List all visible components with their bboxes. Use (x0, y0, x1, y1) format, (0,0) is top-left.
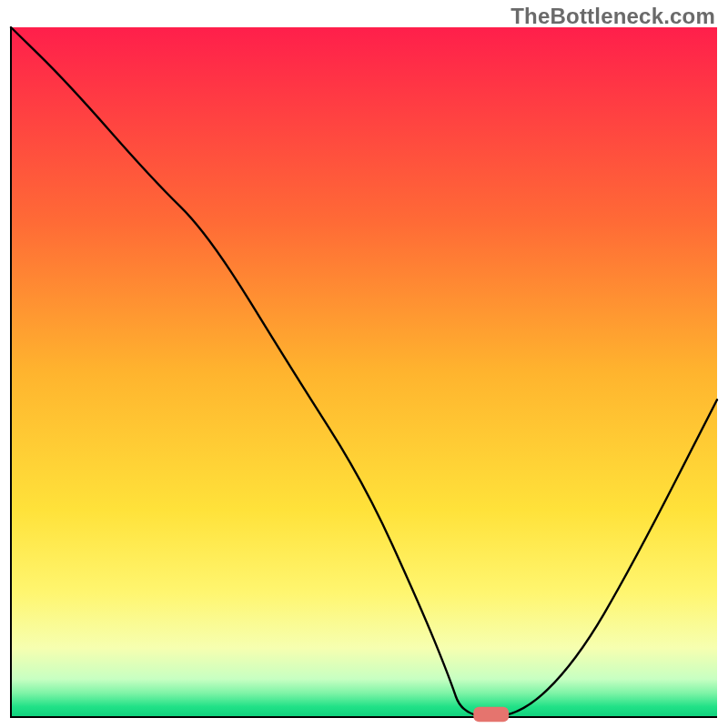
plot-background (11, 27, 717, 717)
chart-container: TheBottleneck.com (0, 0, 728, 728)
bottleneck-chart (0, 0, 728, 728)
optimal-marker (473, 707, 509, 723)
